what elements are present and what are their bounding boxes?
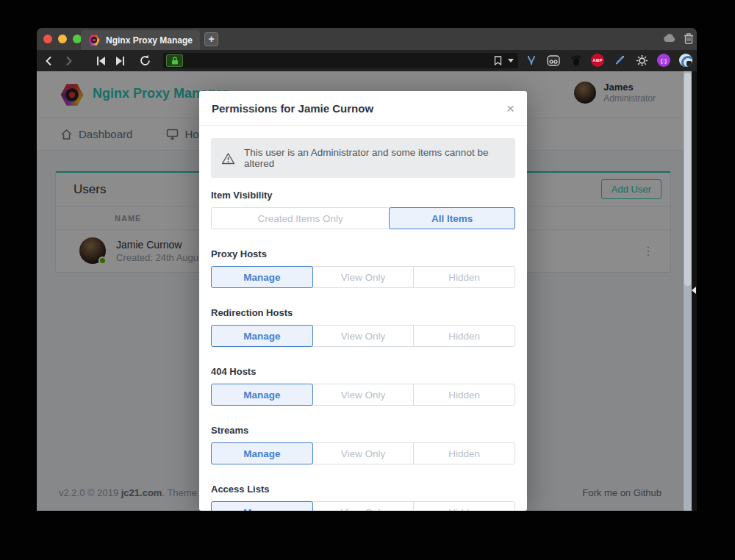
bookmark-dropdown-icon[interactable] bbox=[508, 59, 514, 62]
extension-adblock-icon[interactable]: ABP bbox=[589, 52, 606, 68]
extension-goggles-icon[interactable] bbox=[545, 52, 562, 68]
extension-gnome-foot-icon[interactable] bbox=[567, 52, 584, 68]
extension-settings-gear-icon[interactable] bbox=[634, 52, 650, 68]
option-manage[interactable]: Manage bbox=[211, 501, 313, 511]
admin-warning-alert: This user is an Administrator and some i… bbox=[211, 138, 515, 178]
extension-privacy-icon[interactable] bbox=[678, 52, 694, 68]
section-access-lists: Access Lists Manage View Only Hidden bbox=[211, 484, 515, 511]
extension-fork-icon[interactable] bbox=[523, 52, 539, 68]
browser-titlebar: Nginx Proxy Manager + bbox=[37, 28, 697, 50]
browser-toolbar: ABP {:} bbox=[37, 50, 697, 71]
option-hidden[interactable]: Hidden bbox=[413, 501, 515, 511]
favicon bbox=[88, 35, 100, 46]
sync-cloud-icon[interactable] bbox=[663, 34, 676, 43]
alert-text: This user is an Administrator and some i… bbox=[244, 147, 505, 169]
option-manage[interactable]: Manage bbox=[211, 325, 313, 347]
section-label: Access Lists bbox=[211, 484, 515, 495]
option-view-only[interactable]: View Only bbox=[312, 266, 415, 288]
ssl-lock-icon[interactable] bbox=[166, 54, 183, 67]
close-window-button[interactable] bbox=[43, 35, 52, 43]
option-manage[interactable]: Manage bbox=[211, 442, 313, 464]
option-view-only[interactable]: View Only bbox=[312, 501, 415, 511]
modal-title: Permissions for Jamie Curnow bbox=[212, 102, 373, 115]
browser-viewport: Nginx Proxy Manager James Administrator … bbox=[37, 71, 697, 511]
section-label: 404 Hosts bbox=[211, 366, 515, 377]
section-redirection-hosts: Redirection Hosts Manage View Only Hidde… bbox=[211, 307, 515, 347]
warning-triangle-icon bbox=[221, 152, 235, 165]
permissions-modal: Permissions for Jamie Curnow × This user… bbox=[199, 91, 527, 511]
new-tab-button[interactable]: + bbox=[204, 32, 218, 46]
section-label: Redirection Hosts bbox=[211, 307, 515, 318]
reload-icon[interactable] bbox=[135, 52, 154, 70]
window-controls bbox=[43, 35, 82, 43]
section-proxy-hosts: Proxy Hosts Manage View Only Hidden bbox=[211, 248, 515, 288]
rewind-icon[interactable] bbox=[91, 52, 110, 70]
option-manage[interactable]: Manage bbox=[211, 384, 313, 406]
extension-pen-icon[interactable] bbox=[612, 52, 628, 68]
option-hidden[interactable]: Hidden bbox=[413, 442, 515, 464]
browser-tab[interactable]: Nginx Proxy Manager bbox=[81, 30, 200, 50]
forward-icon[interactable] bbox=[59, 52, 78, 70]
tab-title: Nginx Proxy Manager bbox=[106, 35, 193, 46]
section-item-visibility: Item Visibility Created Items Only All I… bbox=[211, 190, 515, 229]
section-streams: Streams Manage View Only Hidden bbox=[211, 425, 515, 464]
minimize-window-button[interactable] bbox=[58, 35, 67, 43]
panel-toggle-arrow[interactable] bbox=[692, 287, 696, 294]
section-404-hosts: 404 Hosts Manage View Only Hidden bbox=[211, 366, 515, 406]
back-icon[interactable] bbox=[40, 52, 59, 70]
trash-icon[interactable] bbox=[684, 32, 694, 44]
extension-purple-icon[interactable]: {:} bbox=[656, 52, 672, 68]
address-bar[interactable] bbox=[163, 53, 518, 68]
fast-forward-icon[interactable] bbox=[110, 52, 129, 70]
option-created-items-only[interactable]: Created Items Only bbox=[211, 207, 390, 229]
option-manage[interactable]: Manage bbox=[211, 266, 313, 288]
desktop: Nginx Proxy Manager + bbox=[0, 0, 735, 560]
option-all-items[interactable]: All Items bbox=[389, 207, 515, 229]
bookmark-icon[interactable] bbox=[494, 56, 502, 65]
option-view-only[interactable]: View Only bbox=[312, 442, 415, 464]
modal-close-icon[interactable]: × bbox=[506, 101, 514, 115]
option-hidden[interactable]: Hidden bbox=[413, 325, 515, 347]
option-view-only[interactable]: View Only bbox=[312, 325, 415, 347]
option-hidden[interactable]: Hidden bbox=[413, 266, 515, 288]
panel-edge bbox=[692, 71, 697, 511]
browser-window: Nginx Proxy Manager + bbox=[37, 28, 697, 511]
scrollbar-thumb[interactable] bbox=[684, 73, 691, 286]
page-scrollbar[interactable] bbox=[684, 71, 692, 511]
section-label: Item Visibility bbox=[211, 190, 515, 201]
section-label: Proxy Hosts bbox=[211, 248, 515, 259]
section-label: Streams bbox=[211, 425, 515, 436]
option-hidden[interactable]: Hidden bbox=[413, 384, 515, 406]
option-view-only[interactable]: View Only bbox=[312, 384, 415, 406]
